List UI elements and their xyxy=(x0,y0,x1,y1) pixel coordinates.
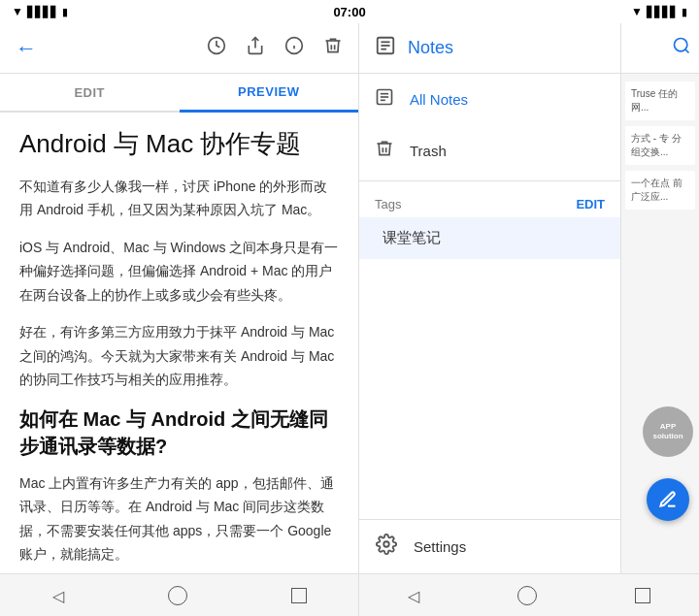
status-bar-time: 07:00 xyxy=(333,5,365,19)
sidebar-divider-1 xyxy=(359,180,620,181)
battery-icon: ▮ xyxy=(62,6,68,18)
status-bar-right-section: ▼ ▋▋▋▋ ▮ xyxy=(631,5,687,18)
tags-section-label: Tags xyxy=(375,197,401,211)
right-panel: Truse 任的网... 方式 - 专 分组交换... 一个在点 前广泛应...… xyxy=(621,23,699,573)
toolbar: ← xyxy=(0,23,358,74)
tags-section-header: Tags EDIT xyxy=(359,185,620,215)
app-solution-badge: APP solution xyxy=(643,406,693,457)
bottom-nav-right: ◁ xyxy=(359,574,699,616)
info-button[interactable] xyxy=(284,36,304,60)
tabs: EDIT PREVIEW xyxy=(0,74,358,113)
app-badge-line2: solution xyxy=(652,432,682,441)
nav-home-left[interactable] xyxy=(168,586,187,605)
svg-point-13 xyxy=(383,541,389,547)
sidebar-item-trash[interactable]: Trash xyxy=(359,125,620,177)
snippet-text-2: 方式 - 专 分组交换... xyxy=(631,133,682,157)
sidebar-header: Notes xyxy=(359,23,620,74)
main-area: ← xyxy=(0,23,699,573)
battery-icon-right: ▮ xyxy=(682,6,687,18)
nav-square-right[interactable] xyxy=(635,588,650,603)
back-button[interactable]: ← xyxy=(16,36,37,61)
sidebar-spacer xyxy=(359,261,620,519)
sidebar-item-settings[interactable]: Settings xyxy=(359,519,620,573)
tag-item-classroom[interactable]: 课堂笔记 xyxy=(359,217,620,259)
list-item[interactable]: 方式 - 专 分组交换... xyxy=(625,126,695,165)
trash-label: Trash xyxy=(410,143,447,159)
signal-icon: ▋▋▋▋ xyxy=(27,6,58,18)
toolbar-icons xyxy=(207,36,343,60)
note-para-3: 好在，有许多第三方应用致力于抹平 Android 与 Mac 之间的鸿沟。今天就… xyxy=(19,320,339,392)
wifi-icon: ▼ xyxy=(12,5,23,18)
list-item[interactable]: 一个在点 前广泛应... xyxy=(625,171,695,210)
sidebar-panel: Notes All Notes xyxy=(359,23,621,573)
note-para-1: 不知道有多少人像我一样，讨厌 iPhone 的外形而改用 Android 手机，… xyxy=(19,175,339,222)
trash-button[interactable] xyxy=(323,36,343,60)
fab-button[interactable] xyxy=(647,478,689,521)
history-button[interactable] xyxy=(207,36,226,60)
settings-icon xyxy=(375,534,398,560)
note-heading-1: 如何在 Mac 与 Android 之间无缝同步通讯录等数据? xyxy=(19,405,339,460)
wifi-icon-right: ▼ xyxy=(631,5,643,18)
settings-label: Settings xyxy=(414,538,466,555)
note-para-2: iOS 与 Android、Mac 与 Windows 之间本身只是有一种偏好选… xyxy=(19,236,339,308)
sidebar-item-all-notes[interactable]: All Notes xyxy=(359,74,620,125)
status-bar: ▼ ▋▋▋▋ ▮ 07:00 ▼ ▋▋▋▋ ▮ xyxy=(0,0,699,23)
nav-back-right[interactable]: ◁ xyxy=(408,587,419,605)
share-button[interactable] xyxy=(246,36,265,60)
tag-label-1: 课堂笔记 xyxy=(375,229,441,247)
right-panel-header xyxy=(621,23,699,74)
tags-edit-button[interactable]: EDIT xyxy=(576,197,605,211)
all-notes-icon xyxy=(375,87,394,112)
nav-square-left[interactable] xyxy=(291,588,307,603)
status-bar-left: ▼ ▋▋▋▋ ▮ xyxy=(12,5,68,18)
snippet-text-1: Truse 任的网... xyxy=(631,88,678,113)
tab-preview[interactable]: PREVIEW xyxy=(180,74,359,113)
left-panel: ← xyxy=(0,23,359,573)
tab-edit[interactable]: EDIT xyxy=(0,74,180,111)
app-badge-line1: APP xyxy=(660,422,676,432)
all-notes-label: All Notes xyxy=(410,91,468,108)
nav-home-right[interactable] xyxy=(517,586,537,605)
right-panel-content: Truse 任的网... 方式 - 专 分组交换... 一个在点 前广泛应... xyxy=(621,74,699,223)
note-para-4: Mac 上内置有许多生产力有关的 app，包括邮件、通讯录、日历等等。在 And… xyxy=(19,471,339,567)
nav-back-left[interactable]: ◁ xyxy=(52,587,64,605)
list-item[interactable]: Truse 任的网... xyxy=(625,81,695,120)
note-title: Android 与 Mac 协作专题 xyxy=(19,128,339,161)
snippet-text-3: 一个在点 前广泛应... xyxy=(631,178,682,202)
bottom-nav-left: ◁ xyxy=(0,574,359,616)
bottom-nav: ◁ ◁ xyxy=(0,573,699,616)
notes-icon xyxy=(375,35,396,61)
trash-sidebar-icon xyxy=(375,139,394,163)
note-content: Android 与 Mac 协作专题 不知道有多少人像我一样，讨厌 iPhone… xyxy=(0,113,358,573)
svg-point-14 xyxy=(675,39,687,51)
signal-icon-right: ▋▋▋▋ xyxy=(647,6,678,18)
sidebar-title: Notes xyxy=(408,38,453,58)
svg-line-15 xyxy=(685,49,689,53)
search-icon[interactable] xyxy=(672,36,691,60)
